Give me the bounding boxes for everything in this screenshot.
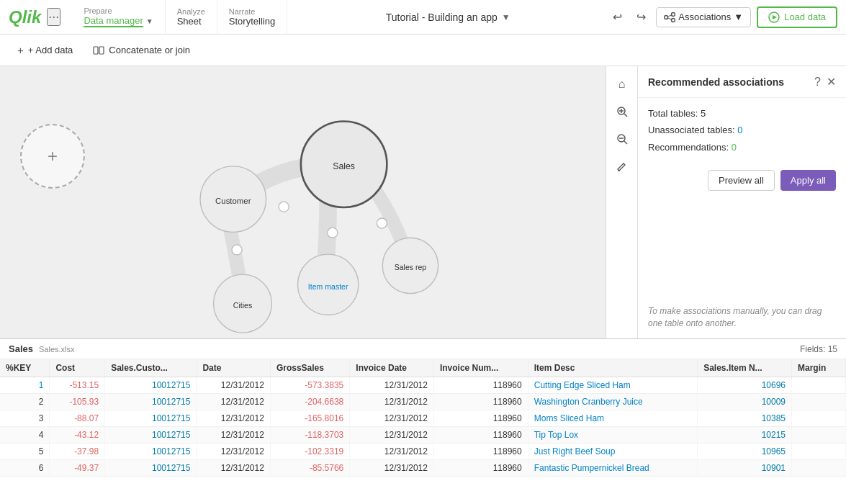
app-title-chevron: ▼: [502, 12, 510, 22]
cell-inv-num: 118960: [433, 410, 528, 427]
cell-date: 12/31/2012: [197, 410, 270, 427]
cell-item-desc: Fantastic Pumpernickel Bread: [528, 460, 697, 477]
total-tables-label: Total tables: 5: [648, 108, 706, 119]
svg-line-3: [668, 15, 672, 17]
svg-point-10: [328, 228, 338, 238]
nav-section-analyze[interactable]: Analyze Sheet: [166, 0, 217, 35]
table-row: 3 -88.07 10012715 12/31/2012 -165.8016 1…: [0, 410, 846, 427]
add-data-button[interactable]: + + Add data: [9, 40, 81, 60]
cell-inv-date: 12/31/2012: [350, 394, 434, 410]
table-header-row: %KEY Cost Sales.Custo... Date GrossSales…: [0, 359, 846, 377]
table-row: 6 -49.37 10012715 12/31/2012 -85.5766 12…: [0, 460, 846, 477]
cell-item-n: 10965: [698, 444, 792, 460]
load-data-button[interactable]: Load data: [757, 6, 837, 28]
panel-stats: Total tables: 5 Unassociated tables: 0 R…: [638, 98, 846, 163]
cell-inv-date: 12/31/2012: [350, 427, 434, 444]
nav-section-narrate[interactable]: Narrate Storytelling: [217, 0, 287, 35]
cell-margin: [792, 444, 846, 460]
data-preview-header: Sales Sales.xlsx Fields: 15: [0, 339, 846, 359]
associations-button[interactable]: Associations ▼: [656, 7, 751, 27]
cell-key: 6: [0, 460, 50, 477]
cell-custo: 10012715: [105, 460, 197, 477]
close-panel-button[interactable]: ✕: [827, 75, 836, 89]
home-button[interactable]: ⌂: [610, 72, 634, 96]
col-header-inv-date: Invoice Date: [350, 359, 434, 377]
main-toolbar: + + Add data Concatenate or join: [0, 35, 846, 66]
zoom-out-button[interactable]: [610, 127, 634, 151]
cell-date: 12/31/2012: [197, 460, 270, 477]
nav-title-prepare: Data manager: [84, 15, 143, 27]
data-preview: Sales Sales.xlsx Fields: 15 %KEY Cost Sa…: [0, 338, 846, 504]
table-row: 4 -43.12 10012715 12/31/2012 -118.3703 1…: [0, 427, 846, 444]
side-panel-actions: ? ✕: [814, 75, 836, 89]
zoom-in-button[interactable]: [610, 99, 634, 124]
associations-icon: [664, 12, 675, 23]
col-header-date: Date: [197, 359, 270, 377]
cell-item-n: 10009: [698, 394, 792, 410]
associations-chevron: ▼: [734, 12, 743, 22]
table-row: 5 -37.98 10012715 12/31/2012 -102.3319 1…: [0, 444, 846, 460]
apply-all-button[interactable]: Apply all: [780, 170, 836, 191]
edit-icon: [616, 161, 628, 172]
svg-text:Item master: Item master: [308, 282, 348, 291]
col-header-item-desc: Item Desc: [528, 359, 697, 377]
data-table: %KEY Cost Sales.Custo... Date GrossSales…: [0, 359, 846, 477]
redo-button[interactable]: ↪: [632, 7, 650, 27]
col-header-custo: Sales.Custo...: [105, 359, 197, 377]
cell-inv-date: 12/31/2012: [350, 460, 434, 477]
cell-inv-date: 12/31/2012: [350, 410, 434, 427]
svg-point-2: [672, 18, 675, 22]
svg-line-28: [624, 141, 627, 144]
svg-line-24: [624, 114, 627, 117]
col-header-margin: Margin: [792, 359, 846, 377]
nav-label-prepare: Prepare: [84, 6, 112, 15]
svg-point-12: [232, 245, 242, 255]
app-title: Tutorial - Building an app ▼: [287, 12, 608, 23]
add-data-icon: +: [17, 44, 24, 56]
cell-gross: -118.3703: [270, 427, 349, 444]
svg-point-0: [665, 15, 668, 19]
data-preview-file-name: Sales.xlsx: [39, 345, 75, 354]
app-title-text: Tutorial - Building an app: [386, 12, 498, 23]
table-row: 1 -513.15 10012715 12/31/2012 -573.3835 …: [0, 377, 846, 394]
cell-inv-num: 118960: [433, 460, 528, 477]
qlik-logo: Qlik: [9, 7, 41, 27]
nav-section-prepare[interactable]: Prepare Data manager ▼: [72, 0, 165, 35]
concatenate-button[interactable]: Concatenate or join: [84, 40, 199, 60]
svg-text:Sales: Sales: [333, 161, 355, 171]
graph-svg: Sales Customer Item master Sales rep Cit…: [0, 66, 606, 338]
svg-point-1: [672, 12, 675, 16]
zoom-out-icon: [616, 133, 628, 145]
svg-text:Customer: Customer: [215, 197, 251, 205]
help-button[interactable]: ?: [814, 76, 821, 89]
cell-gross: -102.3319: [270, 444, 349, 460]
svg-point-9: [279, 202, 289, 212]
canvas[interactable]: + Sales: [0, 66, 637, 338]
cell-cost: -513.15: [50, 377, 105, 394]
undo-button[interactable]: ↩: [608, 7, 626, 27]
col-header-cost: Cost: [50, 359, 105, 377]
recommendations-row: Recommendations: 0: [648, 139, 836, 156]
col-header-key: %KEY: [0, 359, 50, 377]
svg-marker-6: [773, 15, 777, 19]
cell-key: 4: [0, 427, 50, 444]
nav-arrow-prepare: ▼: [146, 17, 153, 25]
side-panel-title: Recommended associations: [648, 76, 784, 88]
unassociated-count: 0: [737, 125, 742, 135]
data-table-wrapper[interactable]: %KEY Cost Sales.Custo... Date GrossSales…: [0, 359, 846, 504]
cell-cost: -88.07: [50, 410, 105, 427]
cell-key: 3: [0, 410, 50, 427]
preview-all-button[interactable]: Preview all: [708, 170, 775, 191]
main-area: + Sales: [0, 66, 846, 338]
load-data-icon: [768, 12, 780, 23]
cell-item-desc: Moms Sliced Ham: [528, 410, 697, 427]
cell-inv-num: 118960: [433, 394, 528, 410]
cell-item-desc: Washington Cranberry Juice: [528, 394, 697, 410]
side-panel: Recommended associations ? ✕ Total table…: [637, 66, 846, 338]
nav-more-button[interactable]: ···: [47, 8, 60, 26]
cell-inv-num: 118960: [433, 444, 528, 460]
cell-margin: [792, 377, 846, 394]
nav-label-analyze: Analyze: [177, 7, 205, 16]
edit-button[interactable]: [610, 154, 634, 179]
svg-text:Sales rep: Sales rep: [395, 263, 427, 271]
